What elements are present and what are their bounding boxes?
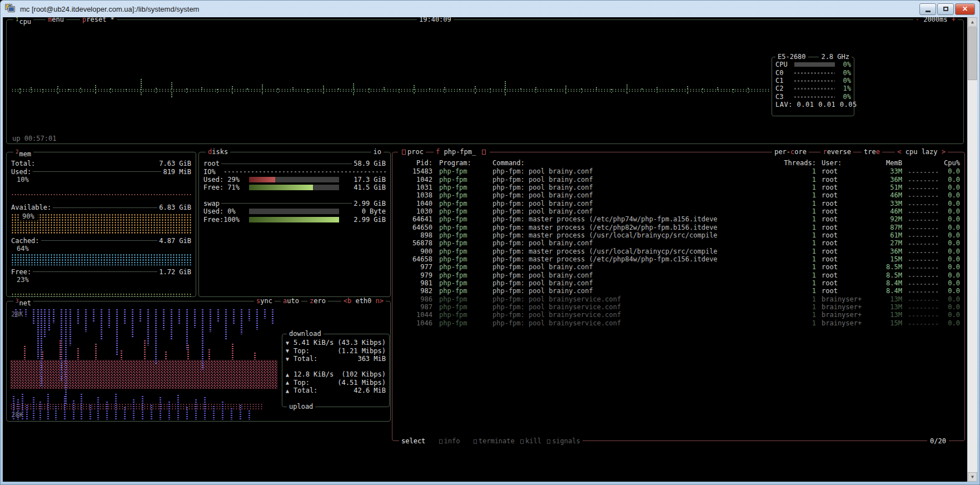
- process-row[interactable]: 64650php-fpmphp-fpm: master process (/et…: [392, 223, 964, 231]
- process-row[interactable]: 987php-fpmphp-fpm: pool brainyservice.co…: [392, 303, 964, 311]
- process-row[interactable]: 1030php-fpmphp-fpm: pool brainy.conf1roo…: [392, 207, 964, 215]
- core-usage-row: C00%: [775, 68, 851, 76]
- col-pid[interactable]: Pid:: [392, 159, 432, 167]
- zero-button[interactable]: zero: [307, 297, 328, 305]
- cpu-graph-tick: [186, 88, 188, 90]
- upload-graph-spike: [187, 344, 190, 360]
- sort-prev-icon[interactable]: <: [897, 148, 901, 156]
- process-row[interactable]: 977php-fpmphp-fpm: pool brainy.conf1root…: [392, 263, 964, 271]
- process-cell: php-fpm: [439, 295, 493, 303]
- cpu-graph-tick: [246, 88, 248, 90]
- process-row[interactable]: 1040php-fpmphp-fpm: pool brainy.conf1roo…: [392, 199, 964, 207]
- sort-next-icon[interactable]: >: [942, 148, 946, 156]
- process-row[interactable]: 1042php-fpmphp-fpm: pool brainy.conf1roo…: [392, 175, 964, 183]
- upload-top-row: ▲ Top: (4.51 Mibps): [286, 378, 386, 387]
- scroll-down-button[interactable]: ▼: [968, 472, 977, 482]
- process-row[interactable]: 56878php-fpmphp-fpm: pool brainy.conf1ro…: [392, 239, 964, 247]
- process-row[interactable]: 1038php-fpmphp-fpm: pool brainy.conf1roo…: [392, 191, 964, 199]
- download-graph-bar: [225, 309, 227, 340]
- cpu-graph-tick: [307, 88, 309, 90]
- process-filter[interactable]: f php-fpm_: [434, 148, 490, 156]
- process-cpu-graph: [909, 308, 940, 310]
- per-core-button[interactable]: per-core: [772, 148, 809, 156]
- tree-button[interactable]: tree: [862, 148, 882, 156]
- process-row[interactable]: 1031php-fpmphp-fpm: pool brainy.conf1roo…: [392, 184, 964, 191]
- process-row[interactable]: 15483php-fpmphp-fpm: pool brainy.conf1ro…: [392, 167, 964, 175]
- download-graph-bar: [131, 309, 134, 338]
- terminal-scrollbar[interactable]: ▲ ▼: [967, 17, 977, 482]
- col-cpu[interactable]: Cpu%: [940, 159, 964, 167]
- process-cell: 0.0: [940, 295, 964, 303]
- reverse-button[interactable]: reverse: [820, 148, 853, 156]
- sort-selector[interactable]: < cpu lazy >: [895, 148, 948, 156]
- col-memory[interactable]: MemB: [880, 159, 902, 167]
- process-row[interactable]: 1046php-fpmphp-fpm: pool brainyservice.c…: [392, 319, 964, 327]
- process-cell: php-fpm: pool brainyservice.conf: [493, 295, 782, 303]
- window-titlebar[interactable]: mc [root@ub24.itdeveloper.com.ua]:/lib/s…: [1, 1, 979, 17]
- process-row[interactable]: 64641php-fpmphp-fpm: master process (/et…: [392, 215, 964, 223]
- col-command[interactable]: Command:: [493, 159, 782, 167]
- interval-decrease-button[interactable]: -: [916, 17, 919, 23]
- proc-toggle-icon[interactable]: [402, 150, 406, 155]
- cpu-graph-tick: [277, 88, 279, 90]
- auto-button[interactable]: auto: [281, 297, 301, 305]
- interval-increase-button[interactable]: +: [952, 17, 956, 23]
- process-cell: php-fpm: pool brainy.conf: [493, 263, 782, 271]
- download-graph-bar: [232, 309, 235, 324]
- net-graph-bar: [39, 401, 42, 420]
- download-graph-bar: [52, 309, 55, 323]
- mem-total-row: Total:7.63 GiB: [11, 160, 191, 167]
- process-cell: 64658: [392, 255, 432, 263]
- process-cell: 33M: [880, 200, 902, 207]
- process-row[interactable]: 1044php-fpmphp-fpm: pool brainyservice.c…: [392, 311, 964, 319]
- scroll-up-button[interactable]: ▲: [968, 17, 977, 27]
- process-cell: 1: [782, 311, 816, 319]
- cpu-graph-tick: [57, 86, 59, 90]
- disk-root-used-row: Used: 29% 17.3 GiB: [203, 176, 386, 184]
- cpu-graph-tick: [231, 92, 233, 93]
- process-cell: 0.0: [940, 224, 964, 231]
- sync-button[interactable]: sync: [254, 297, 275, 305]
- signals-button[interactable]: signals: [552, 437, 580, 445]
- prev-interface-button[interactable]: <b: [344, 297, 351, 305]
- minimize-button[interactable]: [919, 3, 936, 15]
- process-row[interactable]: 981php-fpmphp-fpm: pool brainy.conf1root…: [392, 279, 964, 287]
- interface-name: eth0: [355, 297, 371, 305]
- close-icon: ✕: [962, 5, 968, 13]
- cpu-graph-tick: [398, 88, 400, 90]
- process-cell: root: [822, 215, 880, 223]
- close-button[interactable]: ✕: [955, 3, 975, 15]
- info-button[interactable]: info: [444, 437, 460, 445]
- menu-button[interactable]: menu: [46, 17, 66, 23]
- core-label: CPU: [775, 61, 793, 68]
- process-cpu-graph: [909, 212, 940, 214]
- process-row[interactable]: 900php-fpmphp-fpm: master process (/usr/…: [392, 247, 964, 255]
- preset-button[interactable]: preset *: [80, 17, 117, 23]
- terminate-button[interactable]: terminate: [479, 437, 515, 445]
- net-graph-bar: [26, 404, 28, 420]
- next-interface-button[interactable]: n>: [376, 297, 384, 305]
- interface-switcher[interactable]: <b eth0 n>: [341, 297, 386, 305]
- download-graph-bar: [139, 309, 142, 322]
- process-cell: 8.5M: [880, 271, 902, 279]
- process-row[interactable]: 982php-fpmphp-fpm: pool brainy.conf1root…: [392, 287, 964, 295]
- process-cell: brainyser+: [822, 295, 880, 303]
- maximize-button[interactable]: [937, 3, 954, 15]
- scrollbar-thumb[interactable]: [968, 27, 977, 80]
- select-button[interactable]: select: [401, 437, 425, 445]
- process-row[interactable]: 64658php-fpmphp-fpm: master process (/et…: [392, 255, 964, 263]
- process-row[interactable]: 898php-fpmphp-fpm: master process (/usr/…: [392, 231, 964, 239]
- process-cell: 1042: [392, 176, 432, 184]
- filter-clear-icon[interactable]: [482, 150, 486, 155]
- col-program[interactable]: Program:: [439, 159, 493, 167]
- process-row[interactable]: 979php-fpmphp-fpm: pool brainy.conf1root…: [392, 271, 964, 279]
- cpu-graph-tick: [610, 92, 613, 93]
- col-threads[interactable]: Threads:: [782, 159, 816, 167]
- kill-button[interactable]: kill: [525, 437, 541, 445]
- process-cell: root: [822, 271, 880, 279]
- process-cell: php-fpm: [439, 271, 493, 279]
- col-user[interactable]: User:: [822, 159, 880, 167]
- process-row[interactable]: 986php-fpmphp-fpm: pool brainyservice.co…: [392, 295, 964, 303]
- cpu-graph-tick: [398, 92, 400, 93]
- cpu-graph-tick: [717, 87, 719, 90]
